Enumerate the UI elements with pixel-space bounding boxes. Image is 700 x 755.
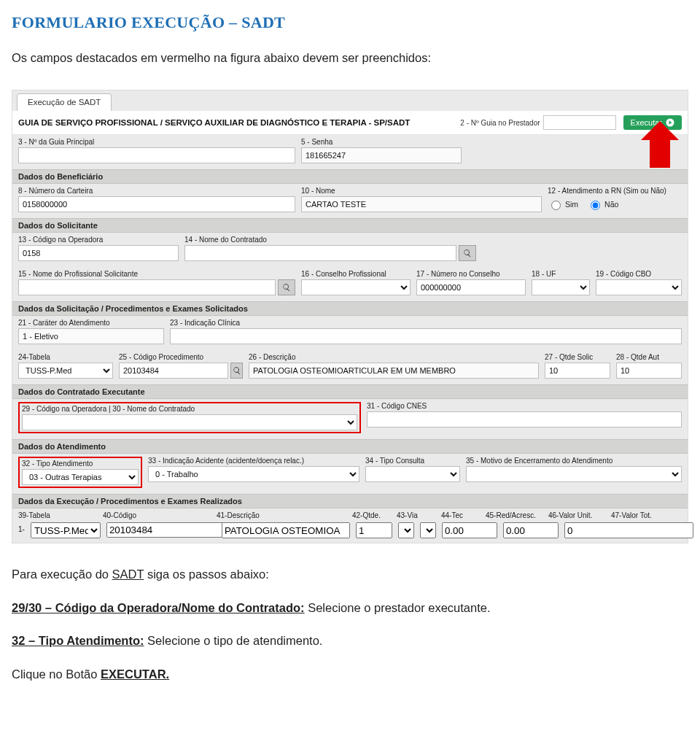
label-f17: 17 - Número no Conselho xyxy=(416,270,526,278)
search-f25-button[interactable] xyxy=(230,363,243,379)
executar-button[interactable]: Executar xyxy=(623,115,682,130)
label-f18: 18 - UF xyxy=(532,270,590,278)
input-f25[interactable] xyxy=(119,363,228,379)
label-f34: 34 - Tipo Consulta xyxy=(365,457,460,465)
col-43: 43-Via xyxy=(397,511,437,519)
label-f3: 3 - Nº da Guia Principal xyxy=(18,138,295,146)
select-f2930[interactable] xyxy=(22,414,357,430)
label-f21: 21 - Caráter do Atendimento xyxy=(18,319,164,327)
select-f16[interactable] xyxy=(301,279,411,295)
section-executante: Dados do Contratado Executante xyxy=(12,384,688,399)
radio-nao[interactable]: Não xyxy=(587,198,618,210)
input-f15[interactable] xyxy=(18,279,276,295)
tab-execucao-sadt[interactable]: Execução de SADT xyxy=(17,93,112,111)
input-f10[interactable] xyxy=(301,196,542,212)
input-f3[interactable] xyxy=(18,147,295,163)
select-f32[interactable]: 03 - Outras Terapias xyxy=(22,469,139,485)
col-41: 41-Descrição xyxy=(217,511,348,519)
label-f24: 24-Tabela xyxy=(18,353,113,361)
input-f26[interactable] xyxy=(249,363,539,379)
label-f31: 31 - Código CNES xyxy=(367,402,682,410)
input-f17[interactable] xyxy=(416,279,526,295)
play-icon xyxy=(666,118,674,127)
label-f25: 25 - Código Procedimento xyxy=(119,353,243,361)
col-45: 45-Red/Acresc. xyxy=(486,511,544,519)
search-f15-button[interactable] xyxy=(278,279,295,295)
input-f8[interactable] xyxy=(18,196,295,212)
label-f5: 5 - Senha xyxy=(301,138,462,146)
input-f13[interactable] xyxy=(18,245,179,261)
col-42: 42-Qtde. xyxy=(352,511,392,519)
section-exec-proc: Dados da Execução / Procedimentos e Exam… xyxy=(12,494,688,508)
label-f27: 27 - Qtde Solic xyxy=(545,353,610,361)
col-44: 44-Tec xyxy=(441,511,481,519)
col-47: 47-Valor Tot. xyxy=(611,511,682,519)
search-icon xyxy=(282,283,291,292)
proc-row: 1- TUSS-P.Med xyxy=(12,521,688,543)
select-44[interactable] xyxy=(420,522,436,538)
label-f13: 13 - Código na Operadora xyxy=(18,236,179,244)
section-solicitante: Dados do Solicitante xyxy=(12,218,688,233)
select-f33[interactable]: 0 - Trabalho xyxy=(148,466,359,482)
label-f10: 10 - Nome xyxy=(301,187,542,195)
select-f19[interactable] xyxy=(596,279,682,295)
search-f14-button[interactable] xyxy=(459,245,476,261)
col-40: 40-Código xyxy=(103,511,212,519)
input-47[interactable] xyxy=(564,522,693,538)
input-f28[interactable] xyxy=(616,363,682,379)
label-f26: 26 - Descrição xyxy=(249,353,539,361)
input-46[interactable] xyxy=(503,522,559,538)
section-solicitacao: Dados da Solicitação / Procedimentos e E… xyxy=(12,301,688,316)
input-f23[interactable] xyxy=(170,328,682,344)
input-41[interactable] xyxy=(222,522,350,538)
instructions-text: Para execução do SADT siga os passos aba… xyxy=(12,565,688,684)
search-icon xyxy=(463,249,472,258)
input-45[interactable] xyxy=(442,522,497,538)
input-40[interactable] xyxy=(106,522,236,538)
label-f28: 28 - Qtde Aut xyxy=(616,353,682,361)
row-index: 1- xyxy=(18,522,25,538)
col-39: 39-Tabela xyxy=(18,511,98,519)
label-f23: 23 - Indicação Clínica xyxy=(170,319,682,327)
input-42[interactable] xyxy=(356,522,392,538)
input-f21[interactable] xyxy=(18,328,164,344)
label-f15: 15 - Nome do Profissional Solicitante xyxy=(18,270,295,278)
doc-intro: Os campos destacados em vermelho na figu… xyxy=(12,51,688,65)
label-f32: 32 - Tipo Atendimento xyxy=(22,460,139,468)
select-39[interactable]: TUSS-P.Med xyxy=(31,522,101,538)
label-f16: 16 - Conselho Profissional xyxy=(301,270,411,278)
label-f35: 35 - Motivo de Encerramento do Atendimen… xyxy=(466,457,682,465)
label-guia-prestador: 2 - Nº Guia no Prestador xyxy=(460,119,540,127)
section-beneficiario: Dados do Beneficiário xyxy=(12,169,688,184)
select-43[interactable] xyxy=(398,522,414,538)
label-f12: 12 - Atendimento a RN (Sim ou Não) xyxy=(548,187,682,195)
executar-button-label: Executar xyxy=(631,118,662,127)
select-f35[interactable] xyxy=(466,466,682,482)
select-f34[interactable] xyxy=(365,466,460,482)
label-f14: 14 - Nome do Contratado xyxy=(184,236,476,244)
label-f33: 33 - Indicação Acidente (acidente/doença… xyxy=(148,457,359,465)
input-f14[interactable] xyxy=(184,245,456,261)
label-f8: 8 - Número da Carteira xyxy=(18,187,295,195)
select-f24[interactable]: TUSS-P.Med xyxy=(18,363,113,379)
screenshot-form: Execução de SADT GUIA DE SERVIÇO PROFISS… xyxy=(12,90,688,543)
label-f19: 19 - Código CBO xyxy=(596,270,682,278)
input-guia-prestador[interactable] xyxy=(543,115,616,130)
select-f18[interactable] xyxy=(532,279,590,295)
search-icon xyxy=(233,366,241,375)
input-f31[interactable] xyxy=(367,411,682,427)
radio-sim[interactable]: Sim xyxy=(548,198,578,210)
form-heading: GUIA DE SERVIÇO PROFISSIONAL / SERVIÇO A… xyxy=(18,118,460,127)
doc-title: FORMULARIO EXECUÇÃO – SADT xyxy=(12,13,688,32)
section-atendimento: Dados do Atendimento xyxy=(12,439,688,454)
col-46: 46-Valor Unit. xyxy=(548,511,607,519)
label-f2930: 29 - Código na Operadora | 30 - Nome do … xyxy=(22,405,357,413)
input-f5[interactable] xyxy=(301,147,462,163)
input-f27[interactable] xyxy=(545,363,610,379)
